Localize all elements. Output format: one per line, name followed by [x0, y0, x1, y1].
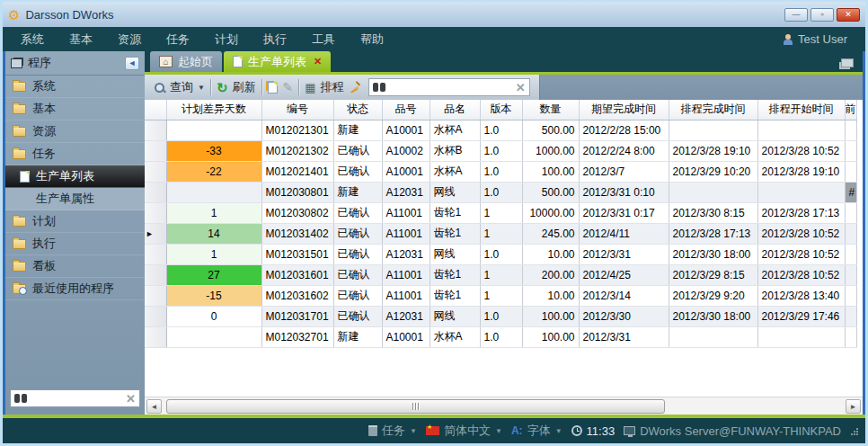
row-selector[interactable] [145, 202, 166, 223]
refresh-button[interactable]: ↻ 刷新 [217, 79, 256, 95]
query-button[interactable]: 查询 ▼ [154, 79, 205, 95]
cell-status[interactable]: 已确认 [333, 244, 382, 264]
table-row[interactable]: 1M012030802已确认A11001齿轮1110000.002012/3/3… [145, 202, 856, 223]
cell-ver[interactable]: 1.0 [480, 244, 522, 264]
column-header-start[interactable]: 排程开始时间 [757, 100, 845, 120]
cell-end[interactable]: 2012/3/30 18:00 [669, 306, 757, 326]
sidebar-item-系统[interactable]: 系统 [5, 76, 145, 98]
cell-end[interactable] [669, 182, 757, 202]
cell-diff[interactable]: -33 [166, 140, 261, 161]
menu-item-帮助[interactable]: 帮助 [360, 31, 384, 48]
table-row[interactable]: -33M012021302已确认A10002水杯B1.01000.002012/… [145, 140, 856, 161]
cell-qty[interactable]: 500.00 [522, 120, 579, 140]
cell-status[interactable]: 新建 [333, 120, 382, 140]
cell-extra[interactable] [845, 161, 856, 182]
cell-ver[interactable]: 1.0 [480, 182, 522, 202]
cell-start[interactable] [757, 182, 845, 202]
menu-item-系统[interactable]: 系统 [21, 31, 44, 48]
cell-name[interactable]: 水杯A [430, 161, 480, 182]
cell-no[interactable]: M012031402 [261, 223, 333, 244]
cell-ver[interactable]: 1.0 [480, 161, 522, 182]
cell-no[interactable]: M012021302 [261, 140, 333, 161]
cell-no[interactable]: M012032701 [261, 326, 333, 347]
cell-extra[interactable] [845, 285, 856, 306]
cell-end[interactable]: 2012/3/29 8:15 [669, 264, 757, 285]
table-row[interactable]: ►14M012031402已确认A11001齿轮11245.002012/4/1… [145, 223, 856, 244]
sidebar-search-input[interactable] [31, 392, 126, 405]
cell-extra[interactable] [845, 264, 856, 285]
sidebar-item-最近使用的程序[interactable]: 最近使用的程序 [5, 278, 145, 300]
cell-no[interactable]: M012030802 [261, 202, 333, 223]
sidebar-item-资源[interactable]: 资源 [5, 120, 145, 143]
cell-start[interactable]: 2012/3/28 17:13 [757, 202, 845, 223]
table-row[interactable]: M012030801新建A12031网线1.0500.002012/3/31 0… [145, 182, 856, 202]
new-button[interactable] [268, 82, 278, 94]
sidebar-item-计划[interactable]: 计划 [5, 210, 145, 233]
cell-diff[interactable]: 0 [166, 306, 261, 326]
cell-item[interactable]: A10001 [382, 326, 430, 347]
cell-no[interactable]: M012021301 [261, 120, 333, 140]
cell-start[interactable] [757, 120, 845, 140]
cell-no[interactable]: M012031501 [261, 244, 333, 264]
cell-name[interactable]: 水杯A [430, 326, 480, 347]
cell-status[interactable]: 新建 [333, 182, 382, 202]
tab-list-icon[interactable] [841, 58, 854, 67]
row-selector[interactable] [145, 285, 166, 306]
cell-no[interactable]: M012030801 [261, 182, 333, 202]
close-button[interactable]: ✕ [837, 8, 860, 22]
cell-item[interactable]: A11001 [382, 264, 430, 285]
cell-no[interactable]: M012031601 [261, 264, 333, 285]
cell-due[interactable]: 2012/3/31 0:10 [579, 182, 669, 202]
horizontal-scrollbar[interactable]: ◄ ► [145, 397, 863, 415]
cell-item[interactable]: A11001 [382, 285, 430, 306]
cell-due[interactable]: 2012/3/31 [579, 326, 669, 347]
table-row[interactable]: 0M012031701已确认A12031网线1.0100.002012/3/30… [145, 306, 856, 326]
cell-diff[interactable]: -15 [166, 285, 261, 306]
cell-status[interactable]: 已确认 [333, 161, 382, 182]
tab-生产单列表[interactable]: 生产单列表✕ [224, 51, 331, 72]
table-search-clear-icon[interactable]: ✕ [516, 81, 526, 94]
cell-due[interactable]: 2012/4/11 [579, 223, 669, 244]
menu-item-执行[interactable]: 执行 [263, 31, 287, 48]
menu-item-计划[interactable]: 计划 [215, 31, 238, 48]
resize-grip[interactable] [850, 427, 858, 435]
restore-button[interactable]: ▫ [810, 8, 834, 22]
row-selector[interactable]: ► [145, 223, 166, 244]
cell-start[interactable]: 2012/3/28 10:52 [757, 244, 845, 264]
row-selector[interactable] [145, 161, 166, 182]
cell-qty[interactable]: 100.00 [522, 326, 579, 347]
cell-diff[interactable] [166, 182, 261, 202]
clean-button[interactable] [350, 81, 363, 94]
cell-qty[interactable]: 100.00 [522, 161, 579, 182]
table-row[interactable]: M012021301新建A10001水杯A1.0500.002012/2/28 … [145, 120, 856, 140]
sidebar-item-执行[interactable]: 执行 [5, 233, 145, 255]
table-row[interactable]: 1M012031501已确认A12031网线1.010.002012/3/312… [145, 244, 856, 264]
cell-due[interactable]: 2012/3/31 0:17 [579, 202, 669, 223]
cell-due[interactable]: 2012/4/25 [579, 264, 669, 285]
cell-start[interactable] [757, 326, 845, 347]
cell-item[interactable]: A12031 [382, 182, 430, 202]
cell-start[interactable]: 2012/3/28 10:52 [757, 140, 845, 161]
table-row[interactable]: M012032701新建A10001水杯A1.0100.002012/3/31 [145, 326, 856, 347]
table-row[interactable]: -22M012021401已确认A10001水杯A1.0100.002012/3… [145, 161, 856, 182]
cell-ver[interactable]: 1 [480, 264, 522, 285]
cell-extra[interactable] [845, 120, 856, 140]
cell-qty[interactable]: 100.00 [522, 306, 579, 326]
language-menu[interactable]: 简体中文 ▼ [426, 423, 502, 439]
scroll-right-icon[interactable]: ► [846, 399, 861, 414]
cell-ver[interactable]: 1.0 [480, 326, 522, 347]
column-header-diff[interactable]: 计划差异天数 [166, 100, 261, 120]
column-header-status[interactable]: 状态 [333, 100, 382, 120]
row-selector[interactable] [145, 140, 166, 161]
cell-no[interactable]: M012021401 [261, 161, 333, 182]
cell-diff[interactable]: 27 [166, 264, 261, 285]
cell-start[interactable]: 2012/3/28 13:40 [757, 285, 845, 306]
schedule-button[interactable]: ▦ 排程 [305, 79, 343, 95]
table-search-input[interactable] [389, 81, 516, 94]
cell-due[interactable]: 2012/3/30 [579, 306, 669, 326]
table-row[interactable]: -15M012031602已确认A11001齿轮1110.002012/3/14… [145, 285, 856, 306]
font-menu[interactable]: A: 字体 ▼ [511, 423, 562, 439]
cell-end[interactable]: 2012/3/28 19:10 [669, 140, 757, 161]
cell-end[interactable]: 2012/3/30 8:15 [669, 202, 757, 223]
column-header-end[interactable]: 排程完成时间 [669, 100, 757, 120]
